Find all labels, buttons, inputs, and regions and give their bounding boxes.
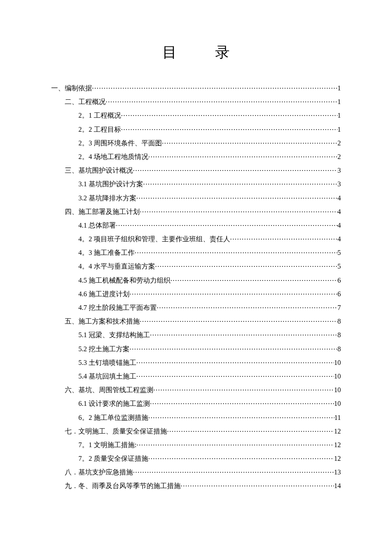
toc-leader-dots — [136, 194, 337, 200]
toc-leader-dots — [121, 125, 337, 132]
toc-entry-label: 一、编制依据 — [51, 85, 92, 92]
toc-entry-page: 13 — [334, 469, 341, 476]
toc-leader-dots — [136, 372, 334, 379]
toc-entry-page: 5 — [337, 263, 341, 270]
toc-leader-dots — [116, 221, 337, 228]
toc-entry-label: 4.5 施工机械配备和劳动力组织 — [78, 277, 170, 284]
toc-entry-label: 3.2 基坑降排水方案 — [78, 195, 136, 202]
toc-leader-dots — [140, 317, 337, 324]
toc-entry: 4。4 水平与垂直运输方案5 — [51, 262, 341, 270]
toc-leader-dots — [136, 440, 334, 447]
toc-leader-dots — [181, 481, 334, 488]
toc-entry: 一、编制依据1 — [51, 84, 341, 92]
table-of-contents: 一、编制依据1二、工程概况12。1 工程概况12。2 工程目标12。3 周围环境… — [51, 84, 341, 489]
toc-entry-page: 8 — [337, 346, 341, 353]
toc-entry-page: 7 — [337, 304, 341, 311]
toc-entry-label: 4。3 施工准备工作 — [78, 249, 135, 256]
toc-entry-page: 11 — [334, 414, 341, 421]
toc-entry-page: 1 — [337, 112, 341, 119]
toc-leader-dots — [106, 97, 337, 104]
toc-leader-dots — [135, 248, 337, 255]
toc-entry-page: 8 — [337, 318, 341, 325]
toc-entry-page: 4 — [337, 208, 341, 215]
toc-leader-dots — [153, 385, 334, 392]
title-char-1: 目 — [162, 44, 177, 60]
toc-leader-dots — [230, 234, 337, 241]
toc-entry-label: 四、施工部署及施工计划 — [65, 208, 140, 215]
toc-entry-page: 8 — [337, 332, 341, 338]
toc-entry-page: 3 — [337, 181, 341, 188]
toc-entry-page: 1 — [337, 126, 341, 133]
toc-entry: 4。3 施工准备工作5 — [51, 248, 341, 256]
toc-entry: 九．冬、雨季及台风等季节的施工措施14 — [51, 481, 341, 489]
toc-entry-page: 10 — [334, 359, 341, 366]
toc-entry-page: 1 — [337, 98, 341, 105]
toc-entry: 2。1 工程概况1 — [51, 111, 341, 119]
toc-entry-label: 九．冬、雨季及台风等季节的施工措施 — [65, 483, 181, 489]
toc-entry-page: 12 — [334, 428, 341, 435]
toc-entry-page: 10 — [334, 400, 341, 407]
toc-entry-label: 八．基坑支护应急措施 — [65, 469, 133, 476]
toc-entry: 5.2 挖土施工方案8 — [51, 344, 341, 353]
toc-leader-dots — [167, 427, 334, 434]
toc-leader-dots — [148, 413, 334, 420]
toc-entry: 5.3 土钉墙喷锚施工10 — [51, 358, 341, 366]
toc-entry: 4。2 项目班子组织和管理、主要作业班组、责任人4 — [51, 234, 341, 243]
toc-entry-page: 4 — [337, 236, 341, 243]
toc-entry: 4.7 挖土阶段施工平面布置7 — [51, 303, 341, 311]
toc-entry-label: 5.1 冠梁、支撑结构施工 — [78, 332, 150, 338]
toc-entry-page: 3 — [337, 167, 341, 174]
toc-entry: 6.1 设计要求的施工监测10 — [51, 399, 341, 407]
toc-entry-label: 4.6 施工进度计划 — [78, 291, 130, 298]
toc-leader-dots — [157, 303, 337, 310]
toc-entry-page: 1 — [337, 85, 341, 92]
page-title: 目录 — [51, 43, 341, 62]
toc-leader-dots — [148, 454, 334, 461]
toc-leader-dots — [130, 344, 337, 351]
toc-entry-label: 五、施工方案和技术措施 — [65, 318, 140, 325]
toc-leader-dots — [150, 399, 334, 406]
toc-entry: 二、工程概况1 — [51, 97, 341, 105]
toc-entry: 3.1 基坑围护设计方案3 — [51, 179, 341, 188]
toc-entry: 四、施工部署及施工计划4 — [51, 207, 341, 215]
title-char-2: 录 — [215, 44, 230, 60]
toc-entry-label: 3.1 基坑围护设计方案 — [78, 181, 143, 188]
toc-entry-label: 2。4 场地工程地质情况 — [78, 153, 148, 160]
toc-entry: 七．文明施工、质量安全保证措施12 — [51, 427, 341, 435]
toc-entry: 7。2 质量安全保证措施12 — [51, 454, 341, 462]
toc-entry-label: 4.1 总体部署 — [78, 222, 116, 229]
toc-leader-dots — [133, 166, 337, 173]
toc-entry-label: 2。2 工程目标 — [78, 126, 121, 133]
toc-entry-page: 2 — [337, 153, 341, 160]
toc-leader-dots — [162, 139, 337, 145]
toc-leader-dots — [92, 84, 337, 90]
toc-entry-label: 7。1 文明施工措施: — [78, 442, 136, 448]
toc-leader-dots — [150, 330, 337, 337]
toc-entry: 4.1 总体部署4 — [51, 221, 341, 229]
toc-entry: 2。3 周围环境条件、平面图2 — [51, 139, 341, 147]
toc-entry: 5.1 冠梁、支撑结构施工8 — [51, 330, 341, 338]
toc-entry-page: 4 — [337, 195, 341, 202]
toc-entry: 7。1 文明施工措施:12 — [51, 440, 341, 448]
toc-entry-label: 4。2 项目班子组织和管理、主要作业班组、责任人 — [78, 236, 230, 243]
toc-entry-label: 5.2 挖土施工方案 — [78, 346, 130, 353]
toc-entry-page: 14 — [334, 483, 341, 489]
toc-entry-label: 2。3 周围环境条件、平面图 — [78, 140, 162, 147]
toc-entry-page: 4 — [337, 222, 341, 229]
toc-leader-dots — [140, 207, 337, 214]
toc-entry-page: 10 — [334, 373, 341, 380]
toc-leader-dots — [155, 262, 337, 269]
toc-entry: 3.2 基坑降排水方案4 — [51, 194, 341, 202]
toc-entry: 八．基坑支护应急措施13 — [51, 468, 341, 476]
toc-leader-dots — [121, 111, 337, 118]
toc-leader-dots — [130, 289, 337, 296]
toc-entry: 三、基坑围护设计概况3 — [51, 166, 341, 174]
toc-entry-label: 二、工程概况 — [65, 98, 106, 105]
toc-entry-label: 7。2 质量安全保证措施 — [78, 455, 148, 462]
toc-entry-page: 6 — [337, 277, 341, 284]
toc-entry: 五、施工方案和技术措施8 — [51, 317, 341, 325]
toc-entry-label: 三、基坑围护设计概况 — [65, 167, 133, 174]
toc-entry-page: 12 — [334, 455, 341, 462]
toc-entry-label: 4。4 水平与垂直运输方案 — [78, 263, 155, 270]
toc-entry: 4.5 施工机械配备和劳动力组织6 — [51, 276, 341, 284]
